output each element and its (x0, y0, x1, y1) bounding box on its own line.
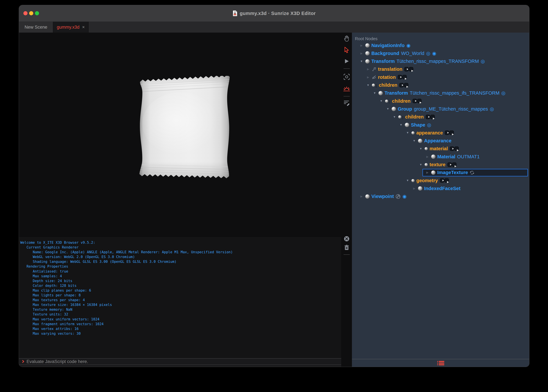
document-proxy-icon[interactable] (232, 10, 238, 16)
expander-icon[interactable]: ▼ (366, 84, 370, 87)
scene-tree[interactable]: ▶NavigationInfo◉▶BackgroundWO_World◎◉▼Tr… (352, 33, 529, 359)
route-connectors-icon[interactable] (440, 178, 449, 183)
tool-wrench-icon[interactable] (396, 194, 401, 199)
window-title: gummy.x3d · Sunrize X3D Editor (240, 11, 316, 16)
route-connectors-icon[interactable] (425, 114, 435, 120)
console-line: Max fragment uniform vectors: 1024 (20, 322, 341, 327)
visibility-icon[interactable]: ◎ (501, 91, 505, 95)
visibility-icon[interactable]: ◎ (490, 107, 494, 112)
tab-new-scene[interactable]: New Scene (19, 22, 53, 33)
tree-row-group[interactable]: ▼Groupgroup_ME_Tütchen_rissc_mappes◎ (352, 105, 529, 113)
node-type-label: IndexedFaceSet (424, 186, 461, 191)
expander-icon[interactable]: ▼ (406, 179, 410, 182)
expander-icon[interactable]: ▼ (373, 91, 377, 95)
bind-state-icon[interactable]: ◉ (432, 51, 436, 56)
tree-row-transform[interactable]: ▼TransformTütchen_rissc_mappes_ifs_TRANS… (352, 89, 529, 97)
pouch-3d-render[interactable] (139, 76, 230, 179)
titlebar[interactable]: gummy.x3d · Sunrize X3D Editor (19, 5, 529, 22)
console-line: Max varying vectors: 30 (20, 331, 341, 336)
console-output[interactable]: Welcome to X_ITE X3D Browser v9.5.2: Cur… (19, 238, 341, 358)
select-arrow-icon[interactable] (344, 47, 350, 54)
expander-icon[interactable]: ▶ (360, 52, 363, 55)
outline-list-icon[interactable] (437, 361, 444, 366)
route-connectors-icon[interactable] (447, 162, 457, 168)
expander-icon[interactable]: ▶ (366, 76, 370, 79)
tab-gummy-x3d[interactable]: gummy.x3d × (53, 22, 89, 33)
play-icon[interactable] (344, 58, 349, 65)
tree-row-geometry[interactable]: ▼geometry (352, 177, 529, 184)
suspend-console-icon[interactable] (344, 236, 350, 243)
expander-icon[interactable]: ▼ (419, 163, 423, 166)
pan-hand-icon[interactable] (343, 35, 350, 43)
tree-row-imagetexture[interactable]: ▶ImageTexture (352, 169, 529, 177)
tree-row-viewpoint[interactable]: ▶Viewpoint◉ (352, 193, 529, 200)
expander-icon[interactable]: ▶ (425, 171, 429, 174)
mfnode-field-icon (385, 99, 390, 103)
3d-viewport[interactable] (19, 33, 341, 238)
expander-icon[interactable]: ▼ (392, 115, 397, 119)
reload-icon[interactable] (470, 170, 474, 175)
tree-row-indexedfaceset[interactable]: ▶IndexedFaceSet (352, 184, 529, 192)
tree-row-children[interactable]: ▼children (352, 113, 529, 121)
outline-editor-panel: Root Nodes ▶NavigationInfo◉▶BackgroundWO… (352, 33, 529, 367)
sfnode-field-icon (411, 131, 415, 134)
close-window-button[interactable] (23, 11, 28, 15)
tree-row-rotation[interactable]: ▶rotation (352, 73, 529, 81)
expander-icon[interactable]: ▶ (360, 195, 363, 198)
script-edit-icon[interactable] (343, 99, 350, 107)
expander-icon[interactable]: ▼ (399, 123, 403, 126)
console-line: Max samples: 4 (20, 274, 341, 279)
bind-state-icon[interactable]: ◉ (402, 194, 406, 199)
tab-script-editor[interactable]: Script Editor (181, 366, 205, 367)
expander-icon[interactable]: ▼ (412, 139, 416, 142)
console-line: Shading language: WebGL GLSL ES 3.00 (Op… (20, 259, 341, 264)
route-connectors-icon[interactable] (404, 66, 414, 72)
center-viewpoint-icon[interactable] (343, 74, 350, 81)
main-area: Welcome to X_ITE X3D Browser v9.5.2: Cur… (19, 33, 529, 367)
zoom-window-button[interactable] (35, 11, 39, 15)
route-connectors-icon[interactable] (450, 146, 459, 152)
visibility-icon[interactable]: ◎ (427, 123, 431, 127)
expander-icon[interactable]: ▼ (379, 99, 383, 103)
tree-row-background[interactable]: ▶BackgroundWO_World◎◉ (352, 49, 529, 57)
tree-row-translation[interactable]: ▶translation (352, 65, 529, 73)
expander-icon[interactable]: ▼ (419, 147, 423, 150)
tree-row-transform[interactable]: ▼TransformTütchen_rissc_mappes_TRANSFORM… (352, 57, 529, 65)
route-connectors-icon[interactable] (399, 83, 409, 88)
straighten-horizon-icon[interactable] (343, 86, 350, 93)
expander-icon[interactable]: ▼ (360, 60, 363, 63)
toolbar-divider (344, 69, 350, 69)
field-name-label: texture (430, 162, 446, 167)
expander-icon[interactable]: ▶ (360, 44, 363, 47)
bind-state-icon[interactable]: ◉ (406, 43, 411, 48)
expander-icon[interactable]: ▶ (366, 68, 370, 71)
expander-icon[interactable]: ▶ (425, 155, 429, 159)
expander-icon[interactable]: ▼ (406, 131, 410, 134)
visibility-icon[interactable]: ◎ (481, 59, 485, 64)
outline-panel-footer (352, 359, 529, 367)
tree-row-material[interactable]: ▶MaterialOUTMAT1 (352, 153, 529, 161)
tab-close-icon[interactable]: × (82, 25, 85, 30)
route-connectors-icon[interactable] (445, 130, 454, 136)
node-type-label: Viewpoint (371, 194, 394, 199)
field-name-label: children (405, 114, 424, 120)
bottom-tab-bar: Console Script Editor (19, 364, 341, 367)
tree-row-children[interactable]: ▼children (352, 97, 529, 105)
tree-row-texture[interactable]: ▼texture (352, 161, 529, 169)
tree-row-appearance[interactable]: ▼Appearance (352, 137, 529, 145)
tree-row-children[interactable]: ▼children (352, 81, 529, 89)
visibility-icon[interactable]: ◎ (426, 51, 430, 56)
clear-console-icon[interactable] (344, 244, 349, 251)
tree-row-appearance[interactable]: ▼appearance (352, 129, 529, 137)
expander-icon[interactable]: ▼ (386, 107, 390, 111)
console-prompt[interactable]: Evaluate JavaScript code here. (19, 358, 341, 364)
minimize-window-button[interactable] (29, 11, 33, 15)
tree-row-shape[interactable]: ▼Shape◎ (352, 121, 529, 129)
tree-row-navigationinfo[interactable]: ▶NavigationInfo◉ (352, 42, 529, 49)
expander-icon[interactable]: ▶ (412, 187, 416, 190)
route-connectors-icon[interactable] (412, 98, 422, 104)
prompt-placeholder[interactable]: Evaluate JavaScript code here. (27, 359, 88, 364)
tab-console[interactable]: Console (156, 366, 171, 367)
tree-row-material[interactable]: ▼material (352, 145, 529, 153)
route-connectors-icon[interactable] (397, 74, 407, 80)
